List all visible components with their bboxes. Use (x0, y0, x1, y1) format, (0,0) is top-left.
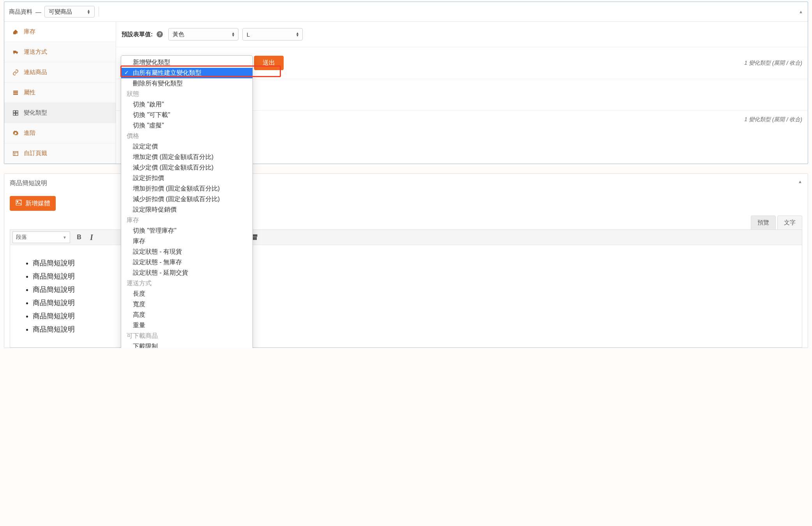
svg-rect-1 (13, 92, 18, 93)
svg-rect-14 (255, 237, 256, 238)
dd-item[interactable]: 切換 "可下載" (121, 110, 252, 120)
link-icon (11, 69, 20, 76)
sidebar-item-label: 屬性 (24, 89, 35, 96)
dd-item[interactable]: 新增變化類型 (121, 57, 252, 68)
svg-rect-17 (255, 239, 256, 240)
layout-icon (11, 150, 20, 157)
dd-item[interactable]: 切換 "啟用" (121, 99, 252, 110)
tag-icon (11, 29, 20, 35)
svg-rect-2 (13, 94, 18, 95)
product-type-select[interactable]: 可變商品 ▲▼ (44, 6, 95, 18)
expand-link[interactable]: 展開 (774, 60, 785, 67)
sidebar-item-label: 變化類型 (24, 109, 47, 116)
list-icon (11, 90, 20, 96)
default-size-value: L (247, 31, 250, 38)
variation-count: 1 變化類型 (744, 116, 771, 123)
default-color-select[interactable]: 黃色 ▲▼ (168, 28, 238, 41)
sidebar-item-shipping[interactable]: 運送方式 (4, 42, 116, 62)
dd-item[interactable]: 高度 (121, 310, 252, 320)
product-data-header: 商品資料 — 可變商品 ▲▼ ▲ (4, 2, 808, 22)
add-media-label: 新增媒體 (25, 199, 50, 208)
dd-item[interactable]: 切換 "虛擬" (121, 120, 252, 131)
svg-rect-0 (13, 90, 18, 92)
dd-item[interactable]: 減少折扣價 (固定金額或百分比) (121, 194, 252, 205)
collapse-caret-icon[interactable]: ▲ (798, 179, 802, 184)
sidebar-item-inventory[interactable]: 庫存 (4, 22, 116, 42)
add-media-button[interactable]: 新增媒體 (10, 196, 56, 211)
divider (99, 7, 99, 17)
dd-item[interactable]: 設定折扣價 (121, 173, 252, 184)
dd-item[interactable]: 寬度 (121, 299, 252, 310)
dd-group: 價格 (121, 131, 252, 141)
format-value: 段落 (16, 234, 27, 241)
gear-icon (11, 130, 20, 136)
dd-item[interactable]: 重量 (121, 320, 252, 331)
product-data-title: 商品資料 (9, 8, 32, 16)
tab-text[interactable]: 文字 (777, 215, 802, 229)
expand-link[interactable]: 展開 (774, 116, 785, 123)
variation-summary-top: 1 變化類型 ( 展開 / 收合 ) (744, 60, 802, 67)
default-color-value: 黃色 (173, 31, 184, 38)
sidebar-item-label: 運送方式 (24, 48, 47, 56)
product-type-value: 可變商品 (49, 8, 72, 16)
svg-point-10 (17, 201, 19, 203)
dd-item[interactable]: 庫存 (121, 236, 252, 247)
dd-item[interactable]: 設定狀態 - 延期交貨 (121, 268, 252, 278)
collapse-link[interactable]: 收合 (789, 60, 800, 67)
dd-group: 庫存 (121, 215, 252, 226)
dd-group: 運送方式 (121, 278, 252, 289)
help-icon[interactable]: ? (157, 31, 163, 37)
default-form-row: 預設表單值: ? 黃色 ▲▼ L ▲▼ (116, 22, 808, 47)
media-icon (15, 199, 22, 208)
sidebar-item-linked[interactable]: 連結商品 (4, 62, 116, 83)
default-form-label: 預設表單值: (122, 31, 153, 38)
updown-icon: ▲▼ (296, 32, 299, 37)
updown-icon: ▲▼ (231, 32, 235, 37)
short-description-title: 商品簡短說明 (10, 179, 47, 187)
dd-item[interactable]: 設定定價 (121, 141, 252, 152)
dash-sep: — (35, 9, 41, 15)
bold-button[interactable]: B (73, 231, 85, 243)
grid-icon (11, 110, 20, 116)
product-data-tabs: 庫存 運送方式 連結商品 屬性 (4, 22, 116, 164)
sidebar-item-label: 自訂頁籤 (24, 150, 47, 157)
svg-rect-13 (254, 237, 255, 238)
tab-visual[interactable]: 預覽 (751, 215, 776, 229)
dd-group: 狀態 (121, 89, 252, 99)
updown-icon: ▲▼ (87, 9, 90, 14)
svg-rect-5 (13, 113, 15, 115)
default-size-select[interactable]: L ▲▼ (242, 28, 303, 41)
dd-item[interactable]: 設定狀態 - 有現貨 (121, 247, 252, 257)
dd-item[interactable]: 長度 (121, 289, 252, 299)
sidebar-item-custom-tab[interactable]: 自訂頁籤 (4, 143, 116, 164)
dd-item[interactable]: 增加定價 (固定金額或百分比) (121, 152, 252, 162)
sidebar-item-label: 庫存 (24, 28, 35, 35)
dd-item[interactable]: 增加折扣價 (固定金額或百分比) (121, 184, 252, 194)
truck-icon (11, 49, 20, 55)
bulk-action-dropdown[interactable]: 新增變化類型 由所有屬性建立變化類型 刪除所有變化類型 狀態 切換 "啟用" 切… (121, 55, 253, 348)
format-select[interactable]: 段落 ▼ (12, 231, 70, 243)
sidebar-item-label: 進階 (24, 129, 35, 137)
collapse-caret-icon[interactable]: ▲ (799, 9, 803, 14)
italic-button[interactable]: I (86, 231, 97, 243)
variation-count: 1 變化類型 (744, 60, 771, 67)
dd-item[interactable]: 刪除所有變化類型 (121, 78, 252, 89)
dd-item[interactable]: 減少定價 (固定金額或百分比) (121, 162, 252, 173)
svg-rect-3 (13, 111, 15, 113)
sidebar-item-variations[interactable]: 變化類型 (4, 103, 116, 123)
svg-rect-7 (13, 151, 18, 155)
collapse-link[interactable]: 收合 (789, 116, 800, 123)
dd-group: 可下載商品 (121, 331, 252, 341)
dd-item[interactable]: 切換 "管理庫存" (121, 226, 252, 236)
submit-button[interactable]: 送出 (254, 56, 284, 70)
svg-rect-16 (254, 239, 255, 240)
sidebar-item-attributes[interactable]: 屬性 (4, 83, 116, 103)
sidebar-item-label: 連結商品 (24, 69, 47, 76)
sidebar-item-advanced[interactable]: 進階 (4, 123, 116, 143)
dd-item[interactable]: 下載限制 (121, 341, 252, 348)
dd-item[interactable]: 設定狀態 - 無庫存 (121, 257, 252, 268)
dd-item-selected[interactable]: 由所有屬性建立變化類型 (121, 68, 252, 78)
chevron-down-icon: ▼ (63, 235, 67, 240)
svg-rect-4 (16, 111, 18, 113)
dd-item[interactable]: 設定限時促銷價 (121, 205, 252, 215)
